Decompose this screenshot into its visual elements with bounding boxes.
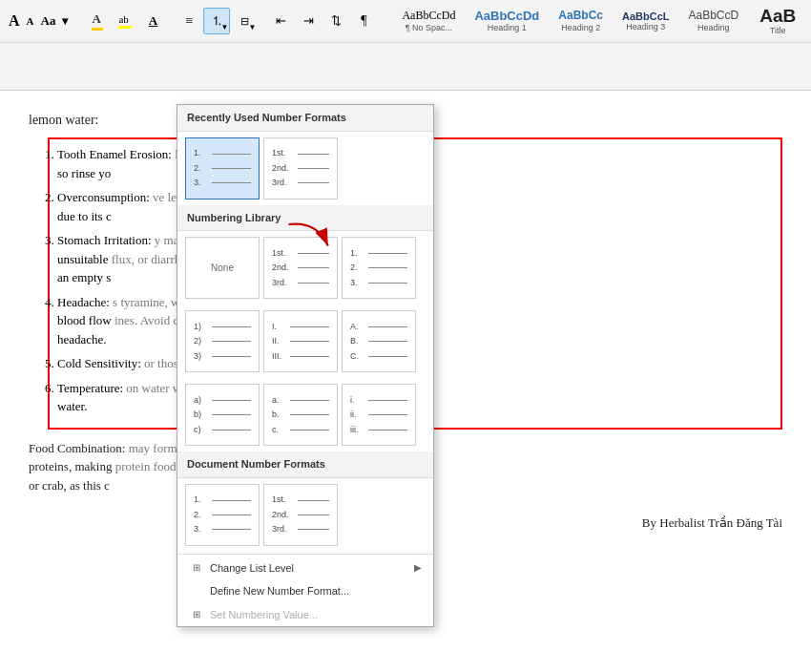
- lib-format-roman-box[interactable]: I. II. III.: [263, 310, 338, 372]
- line-dash: [298, 529, 329, 530]
- numbering-library-title: Numbering Library: [177, 205, 433, 232]
- line-dash: [212, 326, 251, 327]
- sort-btn[interactable]: ⇅: [322, 8, 349, 34]
- line-label: 3.: [194, 522, 209, 536]
- heading1-preview: AaBbCcDd: [474, 10, 539, 23]
- line-label: 1st.: [272, 146, 295, 159]
- line-dash: [212, 168, 251, 169]
- lib-format-alpha-inner: A. B. C.: [346, 315, 411, 368]
- font-underline-btn[interactable]: A: [139, 8, 166, 34]
- line-dash: [212, 500, 251, 501]
- line-label: II.: [272, 334, 287, 347]
- line-dash: [298, 267, 329, 268]
- define-new-format-item[interactable]: Define New Number Format...: [177, 579, 433, 603]
- line-label: c.: [272, 423, 287, 436]
- lib-none-box[interactable]: None: [185, 237, 260, 299]
- lib-format-num-box[interactable]: 1. 2. 3.: [342, 237, 416, 299]
- lib-format-aparen-inner: a) b) c): [190, 388, 255, 441]
- number-format-dropdown: Recently Used Number Formats 1. 2. 3. 1s…: [177, 104, 434, 627]
- heading4-style-btn[interactable]: AaBbCcD Heading: [680, 0, 748, 42]
- set-numbering-value-item[interactable]: ⊞ Set Numbering Value...: [177, 603, 433, 627]
- num-list-btn[interactable]: ⒈ ▼: [203, 8, 230, 34]
- multilevel-caret[interactable]: ▼: [248, 23, 256, 32]
- line-label: 1.: [350, 246, 365, 260]
- lib-format-num-inner: 1. 2. 3.: [346, 242, 411, 294]
- styles-panel: AaBbCcDd ¶ No Spac... AaBbCcDd Heading 1…: [386, 0, 811, 44]
- line-label: 2.: [194, 508, 209, 521]
- title-label: Title: [770, 26, 786, 35]
- bullet-list-btn[interactable]: ≡: [176, 8, 202, 34]
- lib-format-1st-box[interactable]: 1st. 2nd. 3rd.: [263, 237, 338, 299]
- lib-format-alpha-box[interactable]: A. B. C.: [342, 310, 416, 372]
- recent-format-1-box[interactable]: 1. 2. 3.: [185, 137, 260, 200]
- font-size-large-btn[interactable]: A: [6, 10, 23, 32]
- line-label: a): [194, 393, 209, 407]
- format-line: I.: [272, 320, 329, 333]
- font-size-auto-btn[interactable]: Aa: [38, 11, 59, 31]
- line-dash: [368, 326, 407, 327]
- normal-preview: AaBbCcDd: [402, 10, 455, 22]
- line-dash: [368, 356, 407, 357]
- highlight-btn[interactable]: ab: [112, 8, 138, 34]
- line-dash: [368, 430, 407, 430]
- font-size-group: A A Aa ▾: [6, 10, 71, 32]
- line-label: 1st.: [272, 246, 295, 260]
- none-label: None: [211, 261, 234, 275]
- lib-format-adot-box[interactable]: a. b. c.: [263, 384, 338, 446]
- line-label: b): [194, 408, 209, 421]
- line-dash: [290, 326, 329, 327]
- change-list-label: Change List Level: [210, 560, 294, 577]
- format-line: 1.: [194, 493, 251, 506]
- format-line: 2.: [350, 261, 407, 274]
- line-label: iii.: [350, 423, 365, 436]
- lib-format-1st-inner: 1st. 2nd. 3rd.: [268, 242, 333, 294]
- doc-formats-title: Document Number Formats: [177, 452, 433, 478]
- recent-format-2-box[interactable]: 1st. 2nd. 3rd.: [263, 137, 338, 200]
- format-line: 2nd.: [272, 261, 329, 274]
- highlight-icon: ab: [118, 13, 132, 29]
- format-line: A.: [350, 320, 407, 333]
- format-line: iii.: [350, 423, 407, 436]
- format-line: b.: [272, 408, 329, 421]
- heading3-label: Heading 3: [626, 22, 665, 32]
- normal-style-btn[interactable]: AaBbCcDd ¶ No Spac...: [393, 0, 464, 42]
- indent-increase-btn[interactable]: ⇥: [295, 8, 322, 34]
- submenu-arrow-icon: ▶: [414, 560, 422, 575]
- lib-format-aparen-box[interactable]: a) b) c): [185, 384, 260, 446]
- line-label: 3rd.: [272, 276, 295, 289]
- num-list-dropdown-caret[interactable]: ▼: [220, 23, 228, 32]
- doc-format-num-box[interactable]: 1. 2. 3.: [185, 484, 260, 546]
- indent-decrease-btn[interactable]: ⇤: [267, 8, 294, 34]
- format-line: 2nd.: [272, 161, 329, 175]
- heading2-style-btn[interactable]: AaBbCc Heading 2: [550, 0, 612, 42]
- change-list-level-item[interactable]: ⊞ Change List Level ▶: [177, 556, 433, 580]
- list-group: ≡ ⒈ ▼ ⊟ ▼: [176, 8, 258, 34]
- doc-format-1st-inner: 1st. 2nd. 3rd.: [268, 488, 333, 540]
- font-color-btn[interactable]: A: [84, 8, 111, 34]
- lib-format-1paren-box[interactable]: 1) 2) 3): [185, 310, 260, 372]
- format-line: 3rd.: [272, 276, 329, 289]
- line-label: 2.: [350, 261, 365, 274]
- font-color-text-btn[interactable]: ▾: [59, 12, 71, 31]
- font-size-small-btn[interactable]: A: [24, 13, 37, 29]
- doc-format-1st-box[interactable]: 1st. 2nd. 3rd.: [263, 484, 338, 546]
- heading1-label: Heading 1: [488, 23, 527, 32]
- line-label: i.: [350, 393, 365, 407]
- heading3-style-btn[interactable]: AaBbCcL Heading 3: [613, 0, 678, 42]
- line-label: 3.: [350, 276, 365, 289]
- line-dash: [212, 182, 251, 183]
- format-line: 3.: [350, 276, 407, 289]
- title-style-btn[interactable]: AaB Title: [749, 0, 806, 42]
- format-line: 2nd.: [272, 508, 329, 521]
- line-dash: [298, 500, 329, 501]
- heading1-style-btn[interactable]: AaBbCcDd Heading 1: [466, 0, 548, 42]
- lib-format-roman-lower-inner: i. ii. iii.: [346, 388, 411, 441]
- line-dash: [212, 154, 251, 155]
- line-dash: [298, 168, 329, 169]
- lib-format-roman-lower-box[interactable]: i. ii. iii.: [342, 384, 416, 446]
- para-marks-btn[interactable]: ¶: [350, 8, 377, 34]
- multilevel-list-btn[interactable]: ⊟ ▼: [231, 8, 258, 34]
- line-dash: [212, 341, 251, 342]
- document-area: lemon water: Tooth Enamel Erosion: lmon …: [0, 91, 811, 672]
- format-line: i.: [350, 393, 407, 407]
